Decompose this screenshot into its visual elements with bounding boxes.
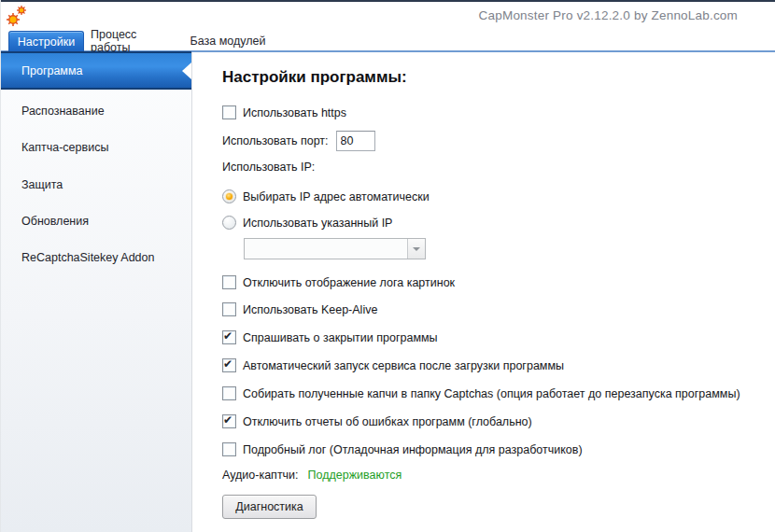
window-title: CapMonster Pro v2.12.2.0 by ZennoLab.com — [479, 8, 738, 22]
port-row: Использовать порт: — [222, 131, 375, 151]
ip-combobox[interactable] — [244, 238, 426, 259]
sidebar-item-label: Защита — [21, 178, 63, 191]
keep-alive-label: Использовать Keep-Alive — [243, 303, 377, 316]
audio-captcha-label: Аудио-каптчи: — [222, 469, 299, 482]
verbose-log-label: Подробный лог (Отладочная информация для… — [243, 443, 583, 456]
sidebar-item-protection[interactable]: Защита — [1, 172, 191, 198]
disable-error-reports-checkbox[interactable] — [222, 414, 236, 428]
sidebar-item-recognition[interactable]: Распознавание — [1, 98, 191, 124]
selected-notch-icon — [182, 63, 191, 79]
collect-captchas-label: Собирать полученные капчи в папку Captch… — [243, 387, 740, 400]
keep-alive-checkbox[interactable] — [222, 302, 236, 316]
sidebar-item-label: Каптча-сервисы — [21, 141, 108, 154]
tab-module-base[interactable]: База модулей — [189, 31, 267, 50]
autostart-service-checkbox[interactable] — [222, 358, 236, 372]
verbose-log-checkbox[interactable] — [222, 442, 236, 456]
tab-bar: Настройки Процесс работы База модулей — [1, 31, 775, 52]
manual-ip-radio[interactable] — [222, 216, 236, 230]
sidebar-item-captcha-services[interactable]: Каптча-сервисы — [1, 134, 191, 161]
disable-error-reports-label: Отключить отчеты об ошибках программ (гл… — [243, 415, 532, 428]
disable-image-log-checkbox[interactable] — [222, 275, 236, 289]
tab-settings[interactable]: Настройки — [8, 31, 84, 52]
diagnostics-button[interactable]: Диагностика — [222, 495, 317, 519]
autostart-checkbox-row: Автоматический запуск сервиса после загр… — [222, 358, 564, 372]
autostart-service-label: Автоматический запуск сервиса после загр… — [243, 359, 564, 372]
sidebar-item-label: Программа — [21, 64, 83, 77]
disable-image-log-label: Отключить отображение лога картинок — [243, 276, 455, 289]
audio-captcha-row: Аудио-каптчи: Поддерживаются — [222, 469, 402, 482]
port-label: Использовать порт: — [222, 134, 329, 147]
settings-panel: Настройки программы: Использовать https … — [192, 52, 775, 532]
chevron-down-icon — [413, 247, 420, 251]
sidebar-item-label: Распознавание — [21, 105, 105, 118]
keep-alive-checkbox-row: Использовать Keep-Alive — [222, 302, 377, 316]
https-checkbox-label: Использовать https — [243, 106, 346, 119]
verbose-log-checkbox-row: Подробный лог (Отладочная информация для… — [222, 442, 583, 456]
audio-captcha-status: Поддерживаются — [308, 469, 402, 482]
radio-auto-ip-row: Выбирать IP адрес автоматически — [222, 189, 430, 203]
port-input[interactable] — [336, 131, 375, 151]
https-checkbox[interactable] — [222, 105, 236, 119]
image-log-checkbox-row: Отключить отображение лога картинок — [222, 275, 455, 289]
sidebar-item-label: ReCaptchaSitekey Addon — [21, 251, 154, 264]
ip-section-label: Использовать IP: — [222, 161, 315, 174]
collect-captchas-checkbox[interactable] — [222, 386, 236, 400]
tab-work-process[interactable]: Процесс работы — [91, 31, 176, 50]
ask-on-close-checkbox[interactable] — [222, 330, 236, 344]
sidebar-item-updates[interactable]: Обновления — [1, 208, 191, 234]
collect-captchas-checkbox-row: Собирать полученные капчи в папку Captch… — [222, 386, 740, 400]
sidebar-item-label: Обновления — [21, 215, 89, 228]
manual-ip-radio-label: Использовать указанный IP — [243, 217, 392, 230]
sidebar-item-program[interactable]: Программа — [1, 51, 191, 90]
https-checkbox-row: Использовать https — [222, 105, 346, 119]
page-title: Настройки программы: — [222, 68, 407, 87]
ip-combobox-dropdown-button[interactable] — [407, 239, 425, 259]
ask-on-close-checkbox-row: Спрашивать о закрытии программы — [222, 330, 438, 344]
app-window: CapMonster Pro v2.12.2.0 by ZennoLab.com… — [0, 0, 775, 532]
ask-on-close-label: Спрашивать о закрытии программы — [243, 331, 438, 344]
error-reports-checkbox-row: Отключить отчеты об ошибках программ (гл… — [222, 414, 532, 428]
auto-ip-radio-label: Выбирать IP адрес автоматически — [243, 190, 430, 203]
sidebar: Программа Распознавание Каптча-сервисы З… — [1, 52, 192, 532]
auto-ip-radio[interactable] — [222, 189, 236, 203]
title-bar: CapMonster Pro v2.12.2.0 by ZennoLab.com — [1, 2, 775, 31]
radio-manual-ip-row: Использовать указанный IP — [222, 216, 392, 230]
app-logo-icon — [6, 5, 28, 27]
sidebar-item-recaptcha-sitekey[interactable]: ReCaptchaSitekey Addon — [1, 245, 191, 271]
